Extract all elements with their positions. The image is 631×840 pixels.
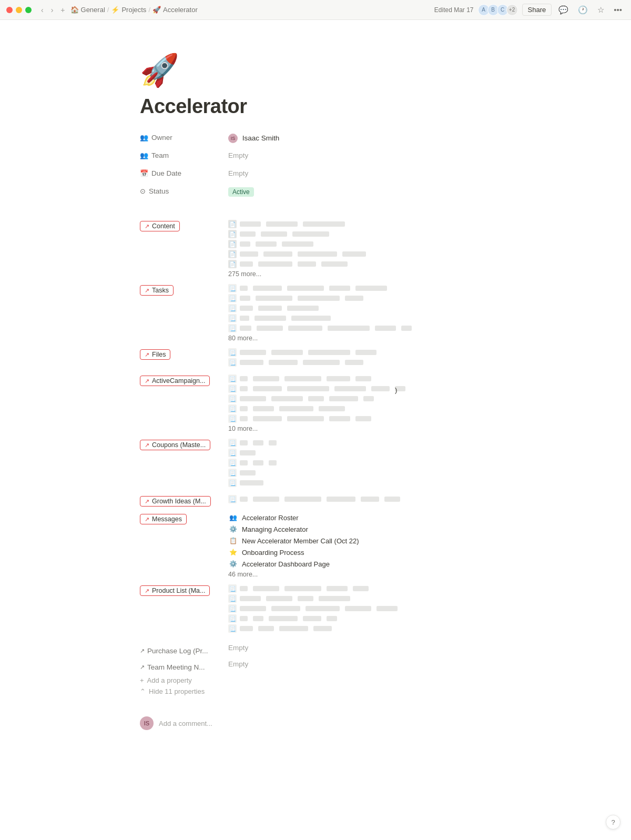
- coupons-relation-items: 📃 📃 📃 📃 📃: [224, 437, 491, 489]
- coupons-relation-button[interactable]: ↗ Coupons (Maste...: [140, 440, 210, 450]
- team-meeting-value[interactable]: Empty: [224, 657, 491, 668]
- list-item[interactable]: 📃: [228, 604, 491, 613]
- files-relation-button[interactable]: ↗ Files: [140, 349, 170, 360]
- status-value[interactable]: Active: [224, 184, 491, 197]
- blurred-label: [298, 296, 340, 301]
- help-button[interactable]: ?: [606, 815, 620, 829]
- team-label[interactable]: 👥 Team: [140, 148, 224, 159]
- list-item[interactable]: ⚙️ Accelerator Dashboard Page: [228, 559, 491, 569]
- blurred-label: [329, 286, 350, 291]
- blurred-label: [240, 470, 256, 475]
- breadcrumb-projects[interactable]: ⚡ Projects: [111, 6, 146, 14]
- content-more-link[interactable]: 275 more...: [228, 270, 491, 278]
- list-item[interactable]: 📃: [228, 375, 491, 383]
- team-value[interactable]: Empty: [224, 148, 491, 159]
- list-item[interactable]: 📄: [228, 250, 491, 258]
- blurred-label: [319, 406, 345, 411]
- product-list-relation-button[interactable]: ↗ Product List (Ma...: [140, 585, 210, 596]
- list-item[interactable]: 📄: [228, 230, 491, 238]
- more-button[interactable]: •••: [611, 4, 625, 15]
- list-item[interactable]: 📄: [228, 240, 491, 248]
- content-relation-button[interactable]: ↗ Content: [140, 221, 180, 231]
- page-icon: 📄: [228, 240, 237, 248]
- doc-icon: 📋: [228, 536, 238, 545]
- add-property-row[interactable]: + Add a property: [140, 676, 491, 684]
- list-item[interactable]: 📃: [228, 469, 491, 477]
- blurred-label: [269, 616, 298, 621]
- list-item[interactable]: 📃: [228, 459, 491, 467]
- purchase-log-label: ↗ Purchase Log (Pr...: [140, 641, 224, 655]
- list-item[interactable]: 📃: [228, 624, 491, 633]
- list-item[interactable]: 📃: [228, 324, 491, 332]
- comment-section: IS Add a comment...: [140, 716, 491, 730]
- minimize-traffic-light[interactable]: [16, 7, 22, 13]
- list-item[interactable]: 📋 New Accelerator Member Call (Oct 22): [228, 536, 491, 545]
- list-item[interactable]: 📃: [228, 314, 491, 322]
- files-relation-items: 📃 📃: [224, 346, 491, 368]
- list-item[interactable]: 📃: [228, 404, 491, 413]
- list-item[interactable]: 📃: [228, 348, 491, 357]
- blurred-label: [327, 616, 337, 621]
- growth-ideas-relation-items: 📃: [224, 493, 491, 505]
- list-item[interactable]: 📄: [228, 260, 491, 268]
- owner-avatar: IS: [228, 134, 238, 143]
- list-item[interactable]: 📃: [228, 304, 491, 312]
- owner-value[interactable]: IS Isaac Smith: [224, 130, 491, 143]
- breadcrumb-accelerator[interactable]: 🚀 Accelerator: [152, 6, 198, 14]
- calendar-icon: 📅: [140, 169, 148, 177]
- tasks-relation-button[interactable]: ↗ Tasks: [140, 285, 174, 296]
- hide-properties-row[interactable]: ⌃ Hide 11 properties: [140, 687, 491, 695]
- due-date-value[interactable]: Empty: [224, 166, 491, 177]
- blurred-label: [256, 296, 292, 301]
- list-item[interactable]: 📃 ): [228, 384, 491, 393]
- owner-label[interactable]: 👥 Owner: [140, 130, 224, 141]
- list-item[interactable]: 📃: [228, 479, 491, 487]
- blurred-label: [240, 386, 248, 391]
- list-item[interactable]: 📃: [228, 414, 491, 423]
- blurred-label: [345, 606, 371, 611]
- list-item[interactable]: 📃: [228, 594, 491, 603]
- list-item[interactable]: ⚙️ Managing Accelerator: [228, 524, 491, 534]
- close-traffic-light[interactable]: [6, 7, 13, 13]
- blurred-label: [269, 360, 298, 365]
- list-item[interactable]: 📃: [228, 439, 491, 447]
- activecampaign-relation-button[interactable]: ↗ ActiveCampaign...: [140, 376, 210, 386]
- activecampaign-more-link[interactable]: 10 more...: [228, 425, 491, 432]
- status-label[interactable]: ⊙ Status: [140, 184, 224, 195]
- list-item[interactable]: 📃: [228, 394, 491, 403]
- fullscreen-traffic-light[interactable]: [25, 7, 32, 13]
- messages-relation-button[interactable]: ↗ Messages: [140, 514, 187, 524]
- list-item[interactable]: 📃: [228, 284, 491, 292]
- messages-more-link[interactable]: 46 more...: [228, 571, 491, 578]
- growth-ideas-relation-button[interactable]: ↗ Growth Ideas (M...: [140, 496, 211, 507]
- nav-forward-button[interactable]: ›: [49, 5, 56, 15]
- purchase-log-value[interactable]: Empty: [224, 641, 491, 652]
- blurred-label: [257, 326, 283, 331]
- list-item[interactable]: 📃: [228, 449, 491, 457]
- comment-input[interactable]: Add a comment...: [159, 720, 491, 727]
- nav-back-button[interactable]: ‹: [39, 5, 46, 15]
- blurred-label: [329, 416, 350, 421]
- list-item[interactable]: 📄: [228, 220, 491, 228]
- clock-button[interactable]: 🕐: [575, 4, 591, 16]
- list-item[interactable]: 📃: [228, 495, 491, 503]
- list-item[interactable]: 📃: [228, 614, 491, 623]
- list-item[interactable]: 📃: [228, 584, 491, 593]
- star-button[interactable]: ☆: [595, 4, 607, 16]
- add-page-button[interactable]: +: [58, 5, 67, 15]
- list-item[interactable]: 📃: [228, 294, 491, 302]
- doc-icon: 📃: [228, 604, 237, 613]
- list-item[interactable]: 📃: [228, 358, 491, 367]
- blurred-label: [253, 386, 282, 391]
- blurred-label: [361, 497, 379, 502]
- blurred-label: [271, 606, 300, 611]
- share-button[interactable]: Share: [522, 4, 552, 16]
- tasks-more-link[interactable]: 80 more...: [228, 335, 491, 342]
- due-date-label[interactable]: 📅 Due Date: [140, 166, 224, 177]
- blurred-label: [240, 626, 253, 631]
- growth-ideas-relation-label: ↗ Growth Ideas (M...: [140, 493, 224, 507]
- breadcrumb-general[interactable]: 🏠 General: [70, 6, 105, 14]
- list-item[interactable]: ⭐ Onboarding Process: [228, 548, 491, 557]
- list-item[interactable]: 👥 Accelerator Roster: [228, 513, 491, 522]
- comment-button[interactable]: 💬: [556, 4, 571, 16]
